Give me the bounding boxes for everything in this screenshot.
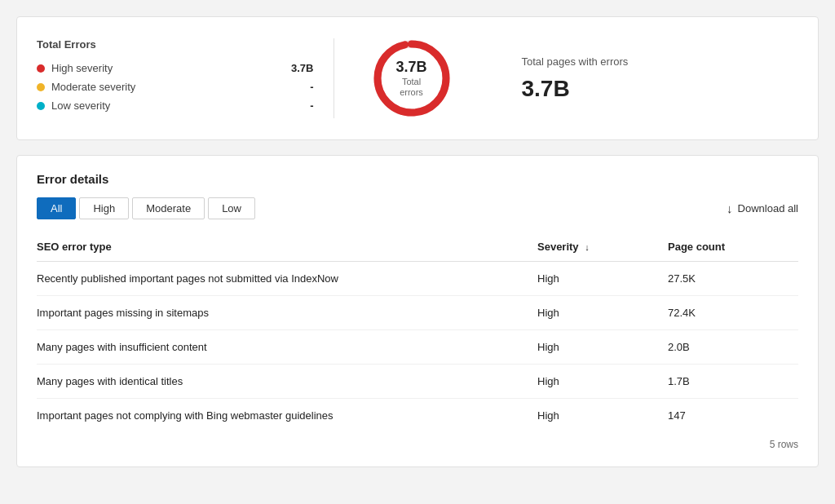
donut-chart-container: 3.7B Total errors (334, 33, 489, 123)
low-severity-dot (37, 102, 45, 110)
total-pages-title: Total pages with errors (522, 55, 799, 68)
cell-severity: High (537, 330, 668, 365)
low-severity-label: Low severity (51, 99, 283, 112)
donut-chart: 3.7B Total errors (367, 33, 457, 123)
cell-error-type: Important pages not complying with Bing … (37, 399, 537, 433)
cell-page-count: 27.5K (668, 262, 798, 296)
moderate-severity-row: Moderate severity - (37, 81, 314, 93)
cell-page-count: 2.0B (668, 330, 798, 365)
table-header-row: SEO error type Severity ↓ Page count (37, 232, 798, 262)
cell-page-count: 72.4K (668, 296, 798, 330)
low-severity-value: - (289, 99, 314, 112)
table-row: Many pages with identical titlesHigh1.7B (37, 365, 798, 399)
high-severity-dot (37, 64, 45, 73)
low-severity-row: Low severity - (37, 99, 314, 112)
row-count: 5 rows (770, 439, 798, 450)
col-header-error-type: SEO error type (37, 232, 537, 262)
download-all-button[interactable]: ↓ Download all (727, 201, 798, 215)
table-row: Important pages missing in sitemapsHigh7… (37, 296, 798, 330)
table-row: Many pages with insufficient contentHigh… (37, 330, 798, 365)
donut-center: 3.7B Total errors (389, 59, 434, 98)
total-errors-legend: Total Errors High severity 3.7B Moderate… (37, 38, 334, 118)
moderate-severity-dot (37, 83, 45, 91)
cell-severity: High (537, 296, 668, 330)
tab-high[interactable]: High (79, 197, 129, 219)
table-row: Important pages not complying with Bing … (37, 399, 798, 433)
col-header-page-count: Page count (668, 232, 798, 262)
high-severity-value: 3.7B (289, 62, 314, 74)
sort-icon: ↓ (585, 242, 590, 252)
summary-card: Total Errors High severity 3.7B Moderate… (16, 16, 819, 140)
table-footer: 5 rows (37, 439, 798, 450)
download-icon: ↓ (727, 201, 733, 215)
donut-value: 3.7B (389, 59, 434, 77)
tab-low[interactable]: Low (208, 197, 255, 219)
cell-severity: High (537, 399, 668, 433)
col-header-severity[interactable]: Severity ↓ (537, 232, 668, 262)
total-errors-title: Total Errors (37, 38, 314, 51)
download-label: Download all (738, 202, 798, 214)
moderate-severity-label: Moderate severity (51, 81, 283, 93)
cell-page-count: 1.7B (668, 365, 798, 399)
filter-tabs: All High Moderate Low (37, 197, 255, 219)
cell-error-type: Many pages with insufficient content (37, 330, 537, 365)
filter-bar: All High Moderate Low ↓ Download all (37, 197, 798, 219)
tab-moderate[interactable]: Moderate (132, 197, 205, 219)
error-table: SEO error type Severity ↓ Page count Rec… (37, 232, 798, 432)
moderate-severity-value: - (289, 81, 314, 93)
error-details-title: Error details (37, 172, 798, 186)
tab-all[interactable]: All (37, 197, 76, 219)
total-pages-value: 3.7B (522, 76, 799, 102)
donut-label: Total errors (389, 77, 434, 98)
cell-page-count: 147 (668, 399, 798, 433)
error-details-card: Error details All High Moderate Low ↓ Do… (16, 155, 819, 467)
table-row: Recently published important pages not s… (37, 262, 798, 296)
cell-error-type: Important pages missing in sitemaps (37, 296, 537, 330)
high-severity-label: High severity (51, 62, 283, 74)
high-severity-row: High severity 3.7B (37, 62, 314, 74)
total-pages-section: Total pages with errors 3.7B (489, 55, 799, 102)
cell-severity: High (537, 365, 668, 399)
cell-error-type: Many pages with identical titles (37, 365, 537, 399)
cell-severity: High (537, 262, 668, 296)
cell-error-type: Recently published important pages not s… (37, 262, 537, 296)
